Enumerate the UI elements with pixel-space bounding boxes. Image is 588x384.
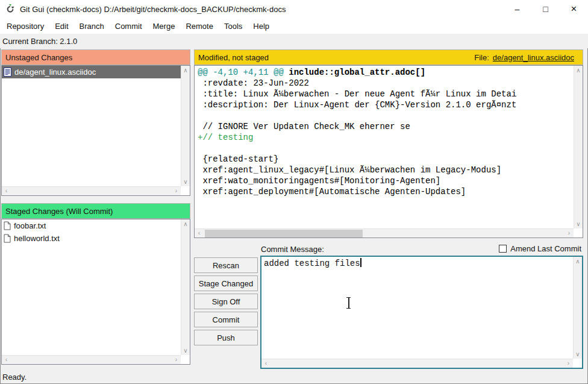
- chevron-up-icon[interactable]: ∧: [574, 257, 583, 266]
- chevron-left-icon[interactable]: ‹: [2, 187, 11, 196]
- current-branch-label: Current Branch: 2.1.0: [2, 37, 77, 46]
- amend-checkbox[interactable]: [499, 245, 507, 253]
- menu-item-repository[interactable]: Repository: [1, 22, 49, 31]
- menu-item-help[interactable]: Help: [248, 22, 275, 31]
- diff-line: xref:agent_deployment#[Automatische Agen…: [198, 186, 573, 197]
- sign-off-button[interactable]: Sign Off: [194, 294, 258, 309]
- staged-horizontal-scrollbar[interactable]: ‹ ›: [2, 355, 181, 364]
- diff-status-label: Modified, not staged: [198, 53, 269, 62]
- unstaged-vertical-scrollbar[interactable]: ∧ ∨: [181, 66, 190, 186]
- diff-line: :description: Der Linux-Agent der {CMK}-…: [198, 99, 573, 110]
- file-row[interactable]: helloworld.txt: [2, 232, 190, 245]
- diff-text-ctx: :description: Der Linux-Agent der {CMK}-…: [198, 100, 516, 110]
- diff-text-ctx: xref:agent_deployment#[Automatische Agen…: [198, 187, 466, 197]
- minimize-icon[interactable]: –: [503, 0, 531, 18]
- diff-line: {related-start}: [198, 154, 573, 165]
- git-gui-app-icon: [5, 4, 15, 14]
- unstaged-changes-header: Unstaged Changes: [1, 49, 190, 65]
- git-gui-window: { "window": { "title": "Git Gui (checkmk…: [0, 0, 588, 384]
- amend-last-commit-control[interactable]: Amend Last Commit: [499, 244, 581, 253]
- file-row[interactable]: foobar.txt: [2, 219, 190, 232]
- diff-line: xref:wato_monitoringagents#[Monitoring-A…: [198, 175, 573, 186]
- window-controls: – □ ×: [503, 0, 588, 18]
- current-branch-bar: Current Branch: 2.1.0: [0, 34, 588, 48]
- status-text: Ready.: [2, 373, 27, 382]
- diff-line: @@ -4,10 +4,11 @@ include::global_attr.a…: [198, 67, 573, 78]
- diff-text-ctx: :revdate: 23-Jun-2022: [198, 78, 309, 88]
- diff-horizontal-scrollbar[interactable]: ‹ ›: [195, 228, 574, 238]
- chevron-left-icon[interactable]: ‹: [195, 229, 204, 238]
- chevron-right-icon[interactable]: ›: [172, 187, 181, 196]
- close-icon[interactable]: ×: [560, 0, 588, 18]
- diff-text-add: +// testing: [198, 133, 253, 142]
- menu-item-commit[interactable]: Commit: [110, 22, 148, 31]
- chevron-down-icon[interactable]: ∨: [574, 219, 583, 228]
- diff-text-ctx: // IGNORE Ver Updaten Check_MK eherner s…: [198, 122, 410, 131]
- chevron-up-icon[interactable]: ∧: [181, 219, 190, 228]
- title-bar: Git Gui (checkmk-docs) D:/Arbeit/git/che…: [0, 0, 588, 18]
- diff-line: // IGNORE Ver Updaten Check_MK eherner s…: [198, 121, 573, 132]
- menu-item-remote[interactable]: Remote: [180, 22, 219, 31]
- chevron-down-icon[interactable]: ∨: [181, 177, 190, 186]
- stage-changed-button[interactable]: Stage Changed: [194, 275, 258, 291]
- file-name: foobar.txt: [14, 221, 46, 230]
- commit-horizontal-scrollbar[interactable]: ‹ ›: [261, 359, 573, 368]
- menu-item-merge[interactable]: Merge: [148, 22, 181, 31]
- diff-pane[interactable]: @@ -4,10 +4,11 @@ include::global_attr.a…: [194, 65, 583, 238]
- ibeam-cursor: [346, 297, 351, 309]
- diff-text-func: include::global_attr.adoc[]: [289, 68, 425, 77]
- menu-bar: RepositoryEditBranchCommitMergeRemoteToo…: [0, 18, 588, 34]
- scrollbar-thumb[interactable]: [205, 230, 363, 238]
- diff-file-link[interactable]: de/agent_linux.asciidoc: [493, 53, 574, 62]
- menu-item-tools[interactable]: Tools: [219, 22, 248, 31]
- chevron-right-icon[interactable]: ›: [172, 356, 181, 365]
- rescan-button[interactable]: Rescan: [194, 257, 258, 273]
- commit-vertical-scrollbar[interactable]: ∧ ∨: [573, 257, 582, 359]
- chevron-left-icon[interactable]: ‹: [2, 356, 11, 365]
- diff-line: :title: Linux Ã¼berwachen - Der neue Age…: [198, 89, 573, 99]
- push-button[interactable]: Push: [194, 330, 258, 345]
- diff-text-ctx: {related-start}: [198, 154, 278, 164]
- maximize-icon[interactable]: □: [531, 0, 560, 18]
- commit-message-text: added testing files: [264, 258, 361, 269]
- amend-label: Amend Last Commit: [510, 244, 581, 253]
- text-cursor: [360, 258, 361, 267]
- chevron-up-icon[interactable]: ∧: [574, 66, 583, 75]
- commit-button[interactable]: Commit: [194, 312, 258, 327]
- staged-file-list[interactable]: foobar.txthelloworld.txt ∧ ∨ ‹ ›: [1, 219, 190, 365]
- chevron-down-icon[interactable]: ∨: [181, 346, 190, 355]
- diff-line: +// testing: [198, 132, 573, 143]
- action-buttons: RescanStage ChangedSign OffCommitPush: [194, 257, 258, 348]
- menu-item-edit[interactable]: Edit: [49, 22, 74, 31]
- menu-item-branch[interactable]: Branch: [74, 22, 110, 31]
- staged-changes-title: Staged Changes (Will Commit): [5, 207, 113, 216]
- unstaged-file-list[interactable]: de/agent_linux.asciidoc ∧ ∨ ‹ ›: [1, 65, 190, 196]
- file-row[interactable]: de/agent_linux.asciidoc: [2, 66, 190, 78]
- chevron-up-icon[interactable]: ∧: [181, 66, 190, 75]
- commit-message-input[interactable]: added testing files ∧ ∨ ‹ ›: [260, 256, 583, 369]
- diff-text-hunk: @@ -4,10 +4,11 @@: [198, 68, 289, 77]
- file-name: de/agent_linux.asciidoc: [14, 68, 96, 77]
- commit-message-label: Commit Message:: [261, 245, 324, 254]
- unstaged-horizontal-scrollbar[interactable]: ‹ ›: [2, 186, 181, 195]
- diff-line: xref:agent_linux_legacy#[Linux Ã¼berwach…: [198, 165, 573, 175]
- staged-changes-header: Staged Changes (Will Commit): [1, 203, 190, 219]
- window-title: Git Gui (checkmk-docs) D:/Arbeit/git/che…: [20, 5, 286, 14]
- chevron-down-icon[interactable]: ∨: [574, 350, 583, 359]
- chevron-right-icon[interactable]: ›: [565, 229, 574, 238]
- chevron-right-icon[interactable]: ›: [564, 359, 573, 368]
- diff-line: :revdate: 23-Jun-2022: [198, 78, 573, 89]
- diff-vertical-scrollbar[interactable]: ∧ ∨: [574, 66, 583, 228]
- chevron-left-icon[interactable]: ‹: [261, 359, 271, 368]
- file-name: helloworld.txt: [14, 234, 60, 243]
- diff-text-ctx: xref:agent_linux_legacy#[Linux Ã¼berwach…: [198, 165, 501, 175]
- plain-file-icon: [4, 234, 11, 243]
- diff-line: [198, 110, 573, 121]
- diff-text-ctx: :title: Linux Ã¼berwachen - Der neue Age…: [198, 89, 516, 99]
- diff-line: [198, 143, 573, 154]
- diff-status-header: Modified, not staged File:de/agent_linux…: [194, 49, 583, 65]
- diff-file-group: File:de/agent_linux.asciidoc: [474, 53, 574, 62]
- diff-text-ctx: xref:wato_monitoringagents#[Monitoring-A…: [198, 176, 440, 186]
- staged-vertical-scrollbar[interactable]: ∧ ∨: [181, 219, 190, 355]
- status-bar: Ready.: [0, 370, 588, 384]
